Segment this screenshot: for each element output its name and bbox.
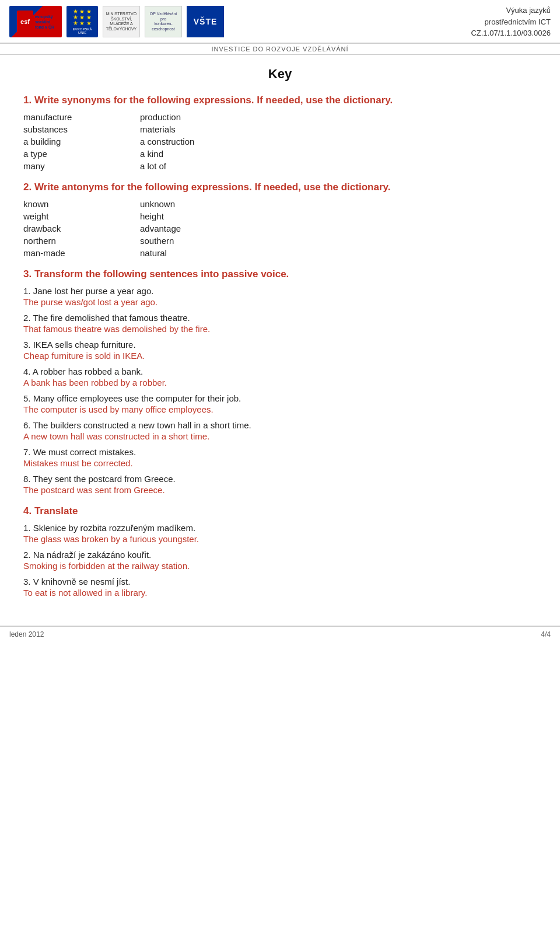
antonym-left: man-made	[23, 248, 140, 258]
translate-item: 1. Sklenice by rozbita rozzuřeným madíke…	[23, 523, 537, 544]
passive-item: 3. IKEA sells cheap furniture.Cheap furn…	[23, 340, 537, 361]
logo-msmt: MINISTERSTVOŠKOLSTVÍ,MLÁDEŽE ATĚLOVÝCHOV…	[103, 6, 140, 37]
antonym-left: known	[23, 199, 140, 209]
logo-eu: ★ ★ ★ ★ ★ ★ ★ ★ ★ EVROPSKÁUNIE	[66, 6, 98, 37]
section-2-heading: 2. Write antonyms for the following expr…	[23, 181, 537, 193]
passive-item: 8. They sent the postcard from Greece.Th…	[23, 474, 537, 495]
translate-question: 3. V knihovně se nesmí jíst.	[23, 577, 537, 587]
header-subtitle: INVESTICE DO ROZVOJE VZDĚLÁVÁNÍ	[0, 44, 560, 55]
passive-question: 7. We must correct mistakes.	[23, 447, 537, 457]
synonym-right: a construction	[140, 137, 537, 146]
passive-answer: The computer is used by many office empl…	[23, 404, 537, 414]
logo-op: OP Vzděláváníprokonkuren-ceschopnost	[145, 6, 182, 37]
passive-items-container: 1. Jane lost her purse a year ago.The pu…	[23, 286, 537, 495]
footer-right: 4/4	[541, 630, 551, 638]
passive-item: 7. We must correct mistakes.Mistakes mus…	[23, 447, 537, 468]
synonym-left: manufacture	[23, 112, 140, 122]
synonym-left: a building	[23, 137, 140, 146]
synonym-right: materials	[140, 124, 537, 134]
main-content: Key 1. Write synonyms for the following …	[0, 55, 560, 620]
antonym-right: southern	[140, 236, 537, 246]
antonym-left: northern	[23, 236, 140, 246]
page-title: Key	[23, 67, 537, 82]
translate-answer: Smoking is forbidden at the railway stat…	[23, 561, 537, 571]
synonyms-table: manufactureproductionsubstancesmaterials…	[23, 112, 537, 171]
translate-question: 1. Sklenice by rozbita rozzuřeným madíke…	[23, 523, 537, 533]
passive-item: 6. The builders constructed a new town h…	[23, 420, 537, 441]
translate-question: 2. Na nádraží je zakázáno kouřit.	[23, 550, 537, 560]
passive-answer: The purse was/got lost a year ago.	[23, 297, 537, 307]
antonym-right: unknown	[140, 199, 537, 209]
page-header: esf evropský sociální fond v ČR ★ ★ ★ ★ …	[0, 0, 560, 44]
translate-answer: The glass was broken by a furious youngs…	[23, 534, 537, 544]
passive-item: 4. A robber has robbed a bank.A bank has…	[23, 366, 537, 388]
translate-item: 2. Na nádraží je zakázáno kouřit.Smoking…	[23, 550, 537, 571]
section-1-heading: 1. Write synonyms for the following expr…	[23, 95, 537, 106]
passive-question: 6. The builders constructed a new town h…	[23, 420, 537, 430]
section-2: 2. Write antonyms for the following expr…	[23, 181, 537, 258]
passive-item: 1. Jane lost her purse a year ago.The pu…	[23, 286, 537, 307]
logo-vste: VŠTE	[187, 6, 224, 37]
passive-question: 1. Jane lost her purse a year ago.	[23, 286, 537, 296]
passive-question: 2. The fire demolished that famous theat…	[23, 313, 537, 323]
passive-answer: That famous theatre was demolished by th…	[23, 324, 537, 334]
passive-answer: Cheap furniture is sold in IKEA.	[23, 351, 537, 361]
logos-container: esf evropský sociální fond v ČR ★ ★ ★ ★ …	[9, 6, 224, 37]
header-right-text: Výuka jazyků prostřednictvím ICT CZ.1.07…	[471, 5, 551, 39]
passive-answer: A bank has been robbed by a robber.	[23, 378, 537, 388]
logo-esf: esf evropský sociální fond v ČR	[9, 6, 62, 37]
passive-item: 2. The fire demolished that famous theat…	[23, 313, 537, 334]
passive-question: 4. A robber has robbed a bank.	[23, 366, 537, 376]
translate-answer: To eat is not allowed in a library.	[23, 588, 537, 598]
section-3: 3. Transform the following sentences int…	[23, 268, 537, 495]
antonyms-table: knownunknownweightheightdrawbackadvantag…	[23, 199, 537, 258]
section-4: 4. Translate 1. Sklenice by rozbita rozz…	[23, 505, 537, 598]
section-3-heading: 3. Transform the following sentences int…	[23, 268, 537, 280]
synonym-left: substances	[23, 124, 140, 134]
synonym-left: a type	[23, 149, 140, 159]
section-4-heading: 4. Translate	[23, 505, 537, 517]
antonym-right: height	[140, 211, 537, 221]
passive-question: 3. IKEA sells cheap furniture.	[23, 340, 537, 350]
passive-answer: Mistakes must be corrected.	[23, 458, 537, 468]
synonym-right: a kind	[140, 149, 537, 159]
page-footer: leden 2012 4/4	[0, 626, 560, 642]
synonym-right: a lot of	[140, 161, 537, 171]
passive-answer: The postcard was sent from Greece.	[23, 485, 537, 495]
footer-left: leden 2012	[9, 630, 44, 638]
section-1: 1. Write synonyms for the following expr…	[23, 95, 537, 171]
passive-question: 8. They sent the postcard from Greece.	[23, 474, 537, 484]
synonym-right: production	[140, 112, 537, 122]
passive-item: 5. Many office employees use the compute…	[23, 393, 537, 414]
synonym-left: many	[23, 161, 140, 171]
antonym-right: natural	[140, 248, 537, 258]
antonym-left: weight	[23, 211, 140, 221]
passive-answer: A new town hall was constructed in a sho…	[23, 431, 537, 441]
passive-question: 5. Many office employees use the compute…	[23, 393, 537, 403]
translate-item: 3. V knihovně se nesmí jíst.To eat is no…	[23, 577, 537, 598]
translate-items-container: 1. Sklenice by rozbita rozzuřeným madíke…	[23, 523, 537, 598]
antonym-right: advantage	[140, 224, 537, 233]
antonym-left: drawback	[23, 224, 140, 233]
